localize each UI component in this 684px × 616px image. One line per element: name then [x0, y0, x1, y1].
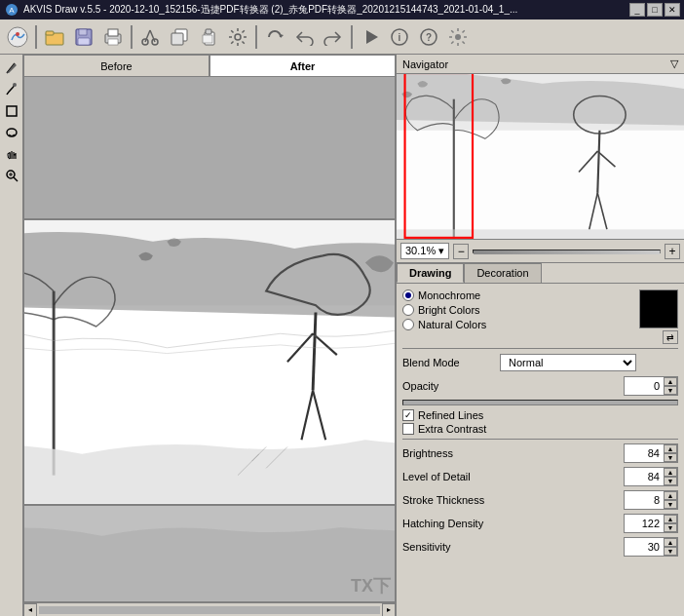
- scroll-left-button[interactable]: ◂: [23, 603, 37, 617]
- smudge-tool[interactable]: [2, 123, 21, 142]
- opacity-value[interactable]: [625, 379, 664, 393]
- sensitivity-spinner-buttons: ▲ ▼: [664, 538, 677, 556]
- navigator-chevron[interactable]: ▽: [670, 58, 678, 70]
- hatching-density-down-button[interactable]: ▼: [664, 523, 677, 532]
- sensitivity-row: Sensitivity ▲ ▼: [402, 537, 678, 557]
- horizontal-scrollbar[interactable]: ◂ ▸: [23, 602, 396, 616]
- brightness-value[interactable]: [625, 446, 664, 460]
- level-detail-value[interactable]: [625, 470, 664, 483]
- level-detail-up-button[interactable]: ▲: [664, 468, 677, 477]
- stroke-thickness-value[interactable]: [625, 493, 664, 507]
- navigator-content[interactable]: [397, 74, 684, 240]
- zoom-slider[interactable]: [473, 250, 661, 253]
- stroke-thickness-row: Stroke Thickness ▲ ▼: [402, 490, 678, 510]
- redo-button[interactable]: [320, 23, 347, 51]
- tab-decoration[interactable]: Decoration: [464, 263, 541, 283]
- hatching-density-up-button[interactable]: ▲: [664, 515, 677, 523]
- svg-text:i: i: [399, 32, 401, 43]
- rectangle-tool[interactable]: [2, 101, 21, 121]
- info-button[interactable]: i: [386, 23, 413, 51]
- divider-1: [402, 348, 678, 349]
- level-detail-row: Level of Detail ▲ ▼: [402, 467, 678, 486]
- monochrome-radio[interactable]: [402, 289, 414, 301]
- tab-before[interactable]: Before: [23, 55, 209, 76]
- brightness-spinner[interactable]: ▲ ▼: [624, 443, 678, 463]
- sensitivity-value[interactable]: [625, 540, 664, 554]
- close-button[interactable]: ✕: [665, 3, 680, 17]
- opacity-spinner[interactable]: ▲ ▼: [624, 376, 678, 396]
- zoom-out-button[interactable]: −: [453, 244, 469, 259]
- hatching-density-spinner[interactable]: ▲ ▼: [624, 514, 678, 533]
- tab-drawing[interactable]: Drawing: [397, 263, 464, 283]
- cut-button[interactable]: [136, 23, 164, 51]
- stroke-thickness-up-button[interactable]: ▲: [664, 491, 677, 500]
- opacity-slider[interactable]: [402, 400, 678, 405]
- print-button[interactable]: [99, 23, 127, 51]
- level-detail-spinner[interactable]: ▲ ▼: [624, 467, 678, 486]
- blend-mode-select[interactable]: Normal: [500, 354, 636, 371]
- svg-point-31: [13, 83, 17, 87]
- extra-contrast-checkbox[interactable]: [402, 423, 414, 435]
- canvas-bottom-panel[interactable]: TX下: [23, 505, 396, 602]
- hatching-density-row: Hatching Density ▲ ▼: [402, 514, 678, 533]
- save-button[interactable]: [70, 23, 97, 51]
- scroll-right-button[interactable]: ▸: [382, 603, 396, 617]
- undo-button[interactable]: [290, 23, 318, 51]
- scroll-track[interactable]: [39, 606, 380, 614]
- zoom-in-button[interactable]: +: [665, 244, 680, 259]
- svg-rect-19: [206, 29, 211, 34]
- main-area: Before After: [0, 55, 684, 616]
- refined-lines-checkbox[interactable]: ✓: [402, 409, 414, 421]
- play-button[interactable]: [357, 23, 384, 51]
- pencil-tool[interactable]: [2, 58, 21, 78]
- refresh-button[interactable]: [261, 23, 288, 51]
- pen-tool[interactable]: [2, 80, 21, 99]
- opacity-up-button[interactable]: ▲: [664, 377, 677, 386]
- copy-button[interactable]: [166, 23, 193, 51]
- zoom-tool[interactable]: [2, 166, 21, 185]
- open-button[interactable]: [41, 23, 68, 51]
- sensitivity-up-button[interactable]: ▲: [664, 538, 677, 547]
- brightness-down-button[interactable]: ▼: [664, 453, 677, 462]
- preferences-button[interactable]: [444, 23, 472, 51]
- zoom-dropdown-arrow[interactable]: ▾: [438, 245, 444, 256]
- sensitivity-spinner[interactable]: ▲ ▼: [624, 537, 678, 557]
- canvas-after-panel[interactable]: [23, 219, 396, 505]
- settings-button[interactable]: [224, 23, 251, 51]
- bright-colors-option[interactable]: Bright Colors: [402, 304, 486, 316]
- stroke-thickness-spinner[interactable]: ▲ ▼: [624, 490, 678, 510]
- settings-tabs: Drawing Decoration: [397, 263, 684, 284]
- stroke-thickness-label: Stroke Thickness: [402, 494, 500, 506]
- tab-after[interactable]: After: [209, 55, 396, 76]
- blend-mode-row: Blend Mode Normal: [402, 353, 678, 372]
- color-mode-group: Monochrome Bright Colors Natural Colors: [402, 289, 486, 338]
- hatching-density-value[interactable]: [625, 517, 664, 530]
- canvas-before-panel[interactable]: [23, 76, 396, 219]
- opacity-down-button[interactable]: ▼: [664, 386, 677, 395]
- refined-lines-row[interactable]: ✓ Refined Lines: [402, 409, 678, 421]
- maximize-button[interactable]: □: [647, 3, 663, 17]
- extra-contrast-label: Extra Contrast: [418, 423, 486, 435]
- sensitivity-down-button[interactable]: ▼: [664, 547, 677, 556]
- natural-colors-radio[interactable]: [402, 319, 414, 330]
- brightness-up-button[interactable]: ▲: [664, 444, 677, 453]
- color-swatch[interactable]: [639, 289, 678, 328]
- hatching-density-spinner-buttons: ▲ ▼: [664, 515, 677, 532]
- swap-colors-button[interactable]: ⇄: [663, 330, 678, 344]
- hatching-density-label: Hatching Density: [402, 518, 500, 529]
- sensitivity-label: Sensitivity: [402, 541, 500, 553]
- minimize-button[interactable]: _: [629, 3, 645, 17]
- monochrome-option[interactable]: Monochrome: [402, 289, 486, 301]
- divider-2: [402, 439, 678, 440]
- stroke-thickness-down-button[interactable]: ▼: [664, 500, 677, 509]
- bright-colors-radio[interactable]: [402, 304, 414, 316]
- hand-tool[interactable]: [2, 144, 21, 164]
- svg-marker-23: [366, 30, 378, 44]
- natural-colors-option[interactable]: Natural Colors: [402, 319, 486, 330]
- level-detail-down-button[interactable]: ▼: [664, 477, 677, 485]
- svg-text:A: A: [9, 6, 15, 15]
- zoom-display[interactable]: 30.1% ▾: [400, 243, 449, 259]
- help-button[interactable]: ?: [415, 23, 442, 51]
- extra-contrast-row[interactable]: Extra Contrast: [402, 423, 678, 435]
- paste-button[interactable]: [195, 23, 222, 51]
